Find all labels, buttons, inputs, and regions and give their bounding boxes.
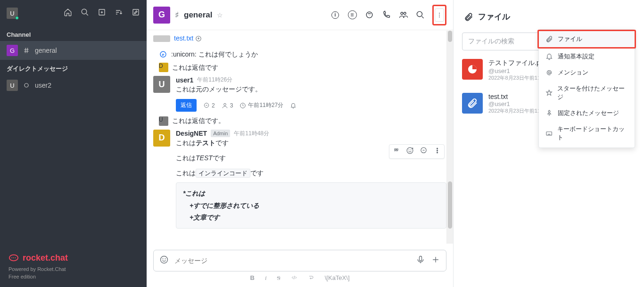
section-dm-header: ダイレクトメッセージ bbox=[0, 60, 147, 76]
dropdown-mentions[interactable]: メンション bbox=[539, 65, 635, 81]
strike-button[interactable]: S bbox=[277, 274, 281, 282]
panel-header: ファイル bbox=[454, 0, 644, 30]
search-channel-icon[interactable] bbox=[415, 10, 425, 20]
channel-avatar: G bbox=[153, 7, 170, 24]
main-area: G ♯ general ☆ i = test.txt :unicorn: これは… bbox=[147, 0, 454, 287]
more-icon[interactable] bbox=[433, 147, 441, 156]
message: U user1午前11時26分 これは元のメッセージです。 bbox=[153, 76, 446, 95]
svg-point-7 bbox=[15, 257, 16, 258]
hash-icon bbox=[23, 47, 30, 54]
message-avatar: D bbox=[153, 130, 170, 147]
svg-point-11 bbox=[417, 11, 422, 16]
message-input[interactable] bbox=[174, 257, 410, 264]
svg-point-22 bbox=[411, 150, 411, 150]
dropdown-highlight: ファイル bbox=[537, 30, 636, 49]
self-avatar[interactable]: U bbox=[7, 8, 18, 19]
message-avatar: U bbox=[153, 76, 170, 93]
reply-avatar: D bbox=[159, 63, 168, 72]
thread-reply-line: :unicorn: これは何でしょうか bbox=[153, 49, 446, 60]
clip-icon bbox=[464, 12, 473, 22]
svg-point-9 bbox=[400, 12, 403, 15]
reply-line: D これは返信です bbox=[153, 62, 446, 74]
sort-icon[interactable] bbox=[115, 8, 123, 18]
sidebar-item-dm-user2[interactable]: U user2 bbox=[0, 76, 147, 95]
panel-title: ファイル bbox=[478, 11, 510, 22]
compose-box bbox=[153, 250, 446, 271]
discussions-icon[interactable] bbox=[364, 10, 374, 20]
thread-icon[interactable] bbox=[420, 147, 428, 156]
role-badge: Admin bbox=[211, 130, 230, 137]
emoji-react-icon[interactable] bbox=[406, 147, 414, 156]
download-icon[interactable] bbox=[195, 35, 202, 42]
italic-button[interactable]: i bbox=[265, 274, 267, 282]
dropdown-keyboard[interactable]: キーボードショートカット bbox=[539, 121, 635, 146]
presence-dot-icon bbox=[15, 16, 19, 20]
sidebar-item-label: user2 bbox=[35, 82, 51, 89]
sidebar-item-general[interactable]: G general bbox=[0, 41, 147, 60]
kebab-button[interactable] bbox=[435, 8, 444, 22]
phone-icon[interactable] bbox=[381, 10, 391, 20]
file-thumb-pptx-icon bbox=[462, 59, 483, 80]
multiline-icon[interactable] bbox=[308, 274, 314, 282]
avatar-placeholder bbox=[153, 35, 170, 42]
katex-button[interactable]: \[KaTeX\] bbox=[325, 274, 350, 282]
svg-point-6 bbox=[13, 257, 14, 258]
svg-point-24 bbox=[437, 148, 438, 149]
thread-last-reply: 午前11時27分 bbox=[239, 101, 283, 109]
svg-point-14 bbox=[439, 16, 440, 17]
svg-point-28 bbox=[163, 259, 163, 259]
emoji-icon[interactable] bbox=[159, 255, 169, 266]
quote-icon[interactable] bbox=[392, 147, 400, 156]
svg-rect-30 bbox=[420, 256, 422, 261]
file-attachment-line: test.txt bbox=[153, 33, 446, 44]
svg-point-13 bbox=[439, 15, 440, 16]
message-text: これはインラインコードです bbox=[176, 168, 446, 179]
svg-point-29 bbox=[165, 259, 165, 259]
dm-chip: U bbox=[7, 80, 18, 91]
composer: B i S \[KaTeX\] bbox=[147, 245, 453, 287]
bold-button[interactable]: B bbox=[250, 274, 255, 282]
reply-text: これは返信です bbox=[172, 62, 218, 74]
file-link[interactable]: test.txt bbox=[174, 34, 193, 42]
code-icon[interactable] bbox=[291, 274, 297, 282]
thread-replies: 2 bbox=[203, 102, 215, 109]
directory-icon[interactable] bbox=[98, 8, 106, 18]
channel-title: general bbox=[184, 10, 212, 20]
search-icon[interactable] bbox=[81, 8, 89, 18]
hash-icon: ♯ bbox=[175, 10, 179, 20]
kebab-dropdown: ファイル 通知基本設定 メンション スターを付けたメッセージ 固定されたメッセー… bbox=[538, 29, 635, 148]
dropdown-starred[interactable]: スターを付けたメッセージ bbox=[539, 81, 635, 105]
plus-icon[interactable] bbox=[431, 255, 440, 266]
compose-icon[interactable] bbox=[132, 8, 140, 18]
status-offline-icon bbox=[23, 82, 30, 89]
message-time: 午前11時26分 bbox=[197, 76, 232, 84]
message-text: これは元のメッセージです。 bbox=[176, 84, 446, 95]
dropdown-pinned[interactable]: 固定されたメッセージ bbox=[539, 105, 635, 121]
channel-chip: G bbox=[7, 45, 18, 56]
reply-button[interactable]: 返信 bbox=[176, 99, 197, 112]
sidebar-top: U bbox=[0, 0, 147, 26]
reply-line: U これは返信です。 bbox=[153, 115, 446, 127]
home-icon[interactable] bbox=[64, 8, 72, 18]
info-icon[interactable]: i bbox=[330, 10, 340, 20]
thread-link[interactable]: :unicorn: これは何でしょうか bbox=[171, 49, 258, 60]
threads-icon[interactable]: = bbox=[347, 10, 357, 20]
svg-point-5 bbox=[11, 257, 12, 258]
brand-sub2: Free edition bbox=[8, 273, 138, 280]
bell-icon[interactable] bbox=[290, 102, 297, 109]
message-user: DesigNET bbox=[176, 130, 207, 137]
dropdown-notifications[interactable]: 通知基本設定 bbox=[539, 49, 635, 65]
rocketchat-logo-icon bbox=[8, 253, 19, 263]
members-icon[interactable] bbox=[398, 10, 408, 20]
message-time: 午前11時48分 bbox=[234, 130, 269, 138]
sidebar: U Channel G general ダイレクトメッセージ U user2 r… bbox=[0, 0, 147, 287]
thread-meta: 返信 2 3 午前11時27分 bbox=[153, 99, 446, 112]
svg-point-0 bbox=[82, 9, 87, 14]
dropdown-files[interactable]: ファイル bbox=[539, 31, 635, 47]
svg-point-21 bbox=[409, 150, 409, 150]
svg-point-26 bbox=[437, 152, 438, 153]
mic-icon[interactable] bbox=[416, 255, 425, 266]
svg-point-27 bbox=[161, 256, 168, 263]
star-icon[interactable]: ☆ bbox=[217, 11, 223, 19]
svg-point-3 bbox=[25, 83, 28, 87]
